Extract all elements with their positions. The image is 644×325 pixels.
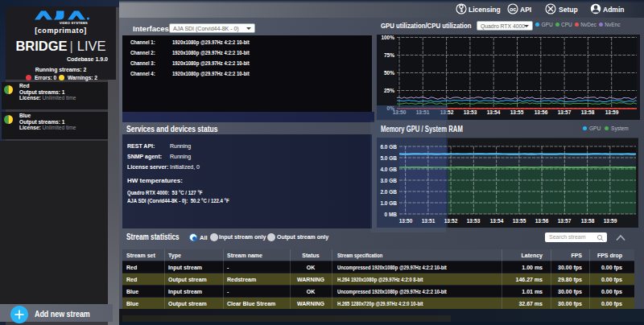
- svg-text:13:55: 13:55: [510, 109, 524, 115]
- svg-text:13:56: 13:56: [535, 109, 548, 115]
- svg-text:13:58: 13:58: [581, 109, 595, 115]
- svg-text:13:57: 13:57: [558, 109, 572, 115]
- svg-text:100%: 100%: [381, 35, 394, 40]
- svg-text:13:59: 13:59: [604, 218, 617, 224]
- svg-text:75%: 75%: [384, 52, 394, 58]
- svg-text:13:52: 13:52: [444, 218, 458, 224]
- svg-text:VIDEO SYSTEMS: VIDEO SYSTEMS: [60, 21, 88, 25]
- svg-text:50%: 50%: [384, 70, 394, 76]
- svg-text:13:53: 13:53: [467, 218, 481, 224]
- svg-text:13:58: 13:58: [581, 218, 595, 224]
- svg-text:13:53: 13:53: [464, 109, 477, 115]
- svg-text:25%: 25%: [384, 88, 394, 93]
- svg-text:13:59: 13:59: [605, 109, 619, 115]
- svg-text:13:57: 13:57: [558, 218, 572, 224]
- svg-text:13:54: 13:54: [490, 218, 504, 224]
- svg-text:13:55: 13:55: [513, 218, 526, 224]
- svg-text:13:54: 13:54: [487, 109, 501, 115]
- svg-text:oc: oc: [510, 6, 516, 12]
- svg-text:13:56: 13:56: [535, 218, 549, 224]
